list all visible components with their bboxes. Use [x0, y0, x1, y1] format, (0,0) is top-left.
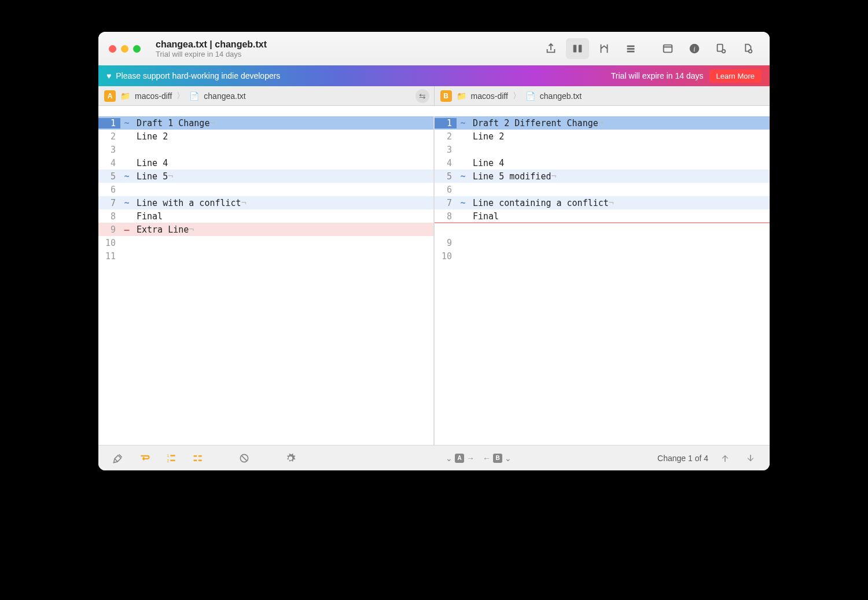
svg-rect-0 — [573, 45, 577, 53]
line-content: Line containing a conflict¬ — [469, 198, 770, 208]
prev-change-button[interactable] — [716, 450, 734, 467]
code-line[interactable]: 5~Line 5 modified¬ — [435, 170, 770, 183]
chevron-down-icon: ⌄ — [505, 454, 512, 463]
share-icon[interactable] — [539, 38, 562, 59]
code-line[interactable]: 3 — [435, 143, 770, 156]
broom-icon[interactable] — [109, 449, 127, 468]
line-content: Final — [133, 211, 433, 222]
view-unified-icon[interactable] — [619, 38, 642, 59]
line-number: 7 — [98, 198, 120, 208]
svg-text:2: 2 — [167, 458, 170, 462]
line-content: Final — [469, 211, 770, 222]
titlebar: changea.txt | changeb.txt Trial will exp… — [98, 32, 770, 65]
badge-b: B — [440, 90, 452, 102]
diff-mark: ~ — [120, 118, 133, 128]
path-left[interactable]: A 📁 macos-diff 〉 📄 changea.txt ⇆ — [98, 86, 435, 105]
footer: 12 ⌄ A → ← B ⌄ Change 1 of 4 — [98, 445, 770, 470]
svg-text:1: 1 — [167, 454, 170, 458]
code-line[interactable]: 1~Draft 2 Different Change¬ — [435, 116, 770, 130]
code-line[interactable]: 9 — [435, 236, 770, 249]
svg-rect-14 — [170, 455, 175, 457]
trial-banner: ♥ Please support hard-working indie deve… — [98, 65, 770, 86]
copy-left-group[interactable]: ⌄ A → — [446, 454, 475, 463]
code-line[interactable]: 2Line 2 — [98, 130, 433, 143]
svg-rect-9 — [718, 45, 723, 51]
svg-rect-5 — [664, 45, 672, 53]
svg-line-21 — [242, 455, 247, 460]
code-line[interactable]: 2Line 2 — [435, 130, 770, 143]
line-content: Line 5 modified¬ — [469, 171, 770, 182]
banner-trial: Trial will expire in 14 days — [611, 71, 704, 80]
line-number: 4 — [435, 158, 457, 168]
chevron-down-icon: ⌄ — [446, 454, 453, 463]
code-line[interactable]: 6 — [98, 183, 433, 196]
minimize-button[interactable] — [121, 45, 128, 53]
code-line[interactable]: 1~Draft 1 Change¬ — [98, 116, 433, 130]
diff-mark: ~ — [457, 198, 469, 208]
add-left-icon[interactable] — [709, 38, 733, 59]
file-icon: 📄 — [525, 91, 535, 101]
code-line[interactable]: 5~Line 5¬ — [98, 170, 433, 183]
file-a: changea.txt — [204, 91, 245, 101]
window-mode-icon[interactable] — [656, 38, 679, 59]
code-line[interactable] — [435, 223, 770, 236]
code-line[interactable]: 6 — [435, 183, 770, 196]
code-line[interactable]: 4Line 4 — [435, 156, 770, 170]
code-line[interactable]: 4Line 4 — [98, 156, 433, 170]
copy-right-group[interactable]: ← B ⌄ — [483, 454, 512, 463]
svg-text:i: i — [693, 45, 695, 53]
code-line[interactable]: 7~Line with a conflict¬ — [98, 196, 433, 209]
line-number: 1 — [98, 118, 120, 128]
close-button[interactable] — [109, 45, 116, 53]
whitespace-icon[interactable] — [189, 449, 207, 468]
line-content: Draft 2 Different Change¬ — [469, 118, 770, 128]
folder-icon: 📁 — [457, 91, 466, 101]
view-split-icon[interactable] — [566, 38, 589, 59]
path-right[interactable]: B 📁 macos-diff 〉 📄 changeb.txt — [435, 86, 770, 105]
toolbar: i — [539, 38, 759, 59]
learn-more-button[interactable]: Learn More — [709, 69, 762, 83]
code-line[interactable]: 11 — [98, 249, 433, 263]
pane-left[interactable]: 1~Draft 1 Change¬2Line 234Line 45~Line 5… — [98, 116, 435, 445]
settings-icon[interactable] — [281, 449, 300, 468]
code-line[interactable]: 9—Extra Line¬ — [98, 223, 433, 236]
pane-right[interactable]: 1~Draft 2 Different Change¬2Line 234Line… — [435, 116, 770, 445]
diff-area: 1~Draft 1 Change¬2Line 234Line 45~Line 5… — [98, 106, 770, 445]
mini-badge-b: B — [493, 454, 502, 463]
next-change-button[interactable] — [742, 450, 759, 467]
diff-mark: ~ — [457, 171, 469, 182]
swap-button[interactable]: ⇆ — [415, 89, 429, 103]
svg-rect-1 — [579, 45, 582, 53]
svg-rect-19 — [198, 459, 202, 461]
filter-icon[interactable] — [235, 449, 253, 468]
line-number: 8 — [435, 211, 457, 222]
info-icon[interactable]: i — [683, 38, 706, 59]
line-number: 9 — [435, 238, 457, 248]
line-content: Draft 1 Change¬ — [133, 118, 433, 128]
chevron-icon: 〉 — [176, 91, 185, 101]
svg-rect-4 — [627, 51, 635, 53]
line-numbers-icon[interactable]: 12 — [162, 449, 181, 468]
traffic-lights — [109, 45, 141, 53]
code-line[interactable]: 3 — [98, 143, 433, 156]
line-number: 2 — [98, 131, 120, 142]
view-merge-icon[interactable] — [593, 38, 616, 59]
zoom-button[interactable] — [133, 45, 141, 53]
line-number: 3 — [98, 145, 120, 155]
wrap-icon[interactable] — [135, 449, 154, 468]
code-line[interactable]: 8Final — [435, 209, 770, 223]
line-number: 11 — [98, 251, 120, 262]
arrow-left-icon: ← — [483, 454, 491, 463]
add-right-icon[interactable] — [736, 38, 759, 59]
code-line[interactable]: 10 — [98, 236, 433, 249]
code-line[interactable]: 8Final — [98, 209, 433, 223]
code-line[interactable]: 7~Line containing a conflict¬ — [435, 196, 770, 209]
file-b: changeb.txt — [540, 91, 582, 101]
line-content: Line with a conflict¬ — [133, 198, 433, 208]
folder-a: macos-diff — [135, 91, 172, 101]
mini-badge-a: A — [455, 454, 464, 463]
line-number: 1 — [435, 118, 457, 128]
arrow-right-icon: → — [466, 454, 475, 463]
line-number: 6 — [98, 185, 120, 195]
code-line[interactable]: 10 — [435, 249, 770, 263]
